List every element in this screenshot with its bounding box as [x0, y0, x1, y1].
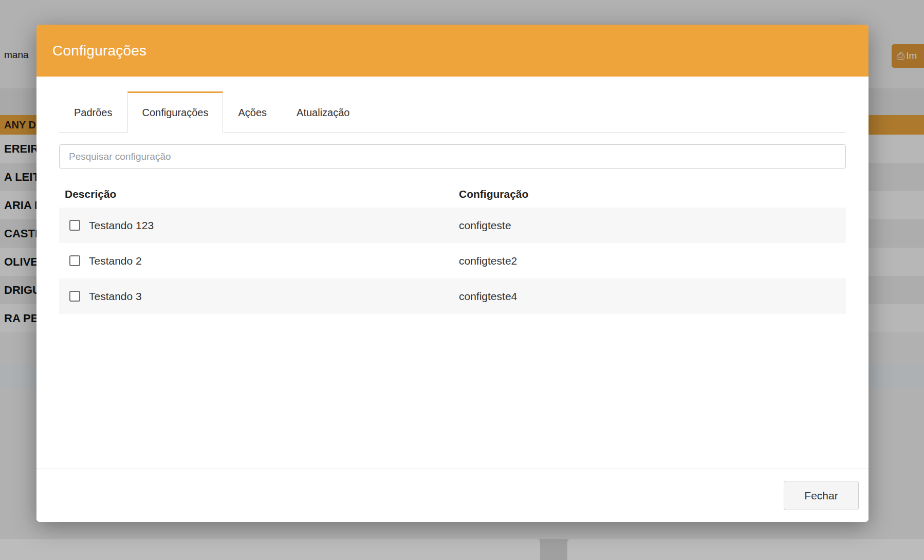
row-checkbox[interactable] [69, 220, 80, 231]
tab-padroes[interactable]: Padrões [59, 91, 127, 133]
row-description: Testando 123 [89, 219, 154, 232]
table-row: Testando 3 configteste4 [59, 278, 846, 314]
row-config: configteste [459, 219, 511, 232]
row-checkbox[interactable] [69, 291, 80, 302]
tab-atualizacao[interactable]: Atualização [282, 91, 364, 133]
row-config: configteste2 [459, 255, 517, 267]
row-description: Testando 2 [89, 255, 142, 267]
column-header-configuracao: Configuração [459, 188, 528, 200]
config-table: Descrição Configuração Testando 123 conf… [59, 181, 846, 314]
row-description: Testando 3 [89, 290, 142, 303]
config-table-header: Descrição Configuração [59, 181, 846, 208]
table-row: Testando 123 configteste [59, 208, 846, 243]
modal-title: Configurações [52, 43, 146, 59]
column-header-descricao: Descrição [65, 188, 116, 200]
table-row: Testando 2 configteste2 [59, 243, 846, 278]
row-checkbox[interactable] [69, 255, 80, 266]
tab-acoes[interactable]: Ações [223, 91, 282, 133]
tab-bar: Padrões Configurações Ações Atualização [59, 91, 846, 133]
search-input[interactable] [59, 144, 846, 169]
settings-modal: Configurações Padrões Configurações Açõe… [36, 25, 868, 522]
modal-header: Configurações [36, 25, 868, 77]
close-button[interactable]: Fechar [784, 481, 859, 510]
modal-body: Padrões Configurações Ações Atualização … [36, 91, 868, 314]
row-config: configteste4 [459, 290, 517, 303]
tab-configuracoes[interactable]: Configurações [127, 91, 224, 133]
modal-footer: Fechar [36, 469, 868, 522]
